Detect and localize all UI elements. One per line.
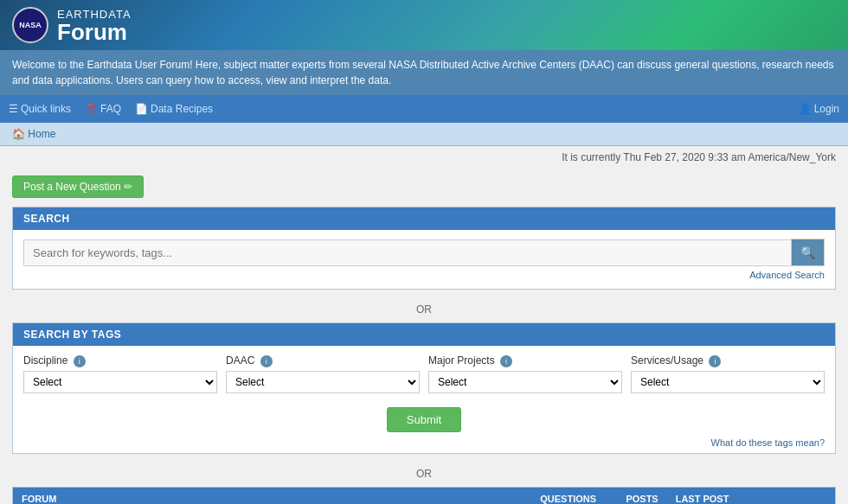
daac-col: DAAC i Select <box>226 354 420 393</box>
services-col: Services/Usage i Select <box>631 354 825 393</box>
quick-links-nav[interactable]: ☰ Quick links <box>9 103 71 115</box>
or-divider-2: OR <box>12 461 836 487</box>
discipline-col: Discipline i Select <box>23 354 217 393</box>
nav-right: 👤 Login <box>799 103 839 115</box>
welcome-text: Welcome to the Earthdata User Forum! Her… <box>12 59 834 86</box>
services-label: Services/Usage i <box>631 354 825 367</box>
tags-grid: Discipline i Select DAAC i Select <box>13 346 835 402</box>
major-projects-info-icon[interactable]: i <box>500 355 512 367</box>
col-last-post: LAST POST <box>667 488 835 504</box>
forum-panel: FORUM QUESTIONS POSTS LAST POST ☰ All Qu… <box>12 487 836 504</box>
major-projects-select[interactable]: Select <box>428 371 622 393</box>
discipline-select[interactable]: Select <box>23 371 217 393</box>
faq-icon: ❓ <box>85 103 98 115</box>
services-info-icon[interactable]: i <box>709 355 721 367</box>
search-input[interactable] <box>23 239 791 266</box>
breadcrumb-home[interactable]: Home <box>28 128 55 140</box>
daac-select[interactable]: Select <box>226 371 420 393</box>
nav-bar: ☰ Quick links ❓ FAQ 📄 Data Recipes 👤 Log… <box>0 95 848 123</box>
forum-table-header: FORUM QUESTIONS POSTS LAST POST <box>13 488 835 504</box>
advanced-search-link[interactable]: Advanced Search <box>23 270 825 280</box>
site-title: EARTHDATA Forum <box>57 8 132 43</box>
search-button[interactable]: 🔍 <box>791 239 825 266</box>
menu-icon: ☰ <box>9 103 18 115</box>
breadcrumb-bar: 🏠 Home <box>0 123 848 146</box>
services-select[interactable]: Select <box>631 371 825 393</box>
current-time: It is currently Thu Feb 27, 2020 9:33 am… <box>0 146 848 169</box>
welcome-banner: Welcome to the Earthdata User Forum! Her… <box>0 50 848 95</box>
data-recipes-nav[interactable]: 📄 Data Recipes <box>135 103 213 115</box>
nav-left: ☰ Quick links ❓ FAQ 📄 Data Recipes <box>9 103 213 115</box>
discipline-info-icon[interactable]: i <box>74 355 86 367</box>
site-header: NASA EARTHDATA Forum <box>0 0 848 50</box>
discipline-label: Discipline i <box>23 354 217 367</box>
forum-table: FORUM QUESTIONS POSTS LAST POST ☰ All Qu… <box>13 488 835 504</box>
nasa-logo: NASA <box>12 7 48 43</box>
login-link[interactable]: 👤 Login <box>799 103 839 115</box>
home-icon: 🏠 <box>12 128 25 140</box>
header-content: NASA EARTHDATA Forum <box>12 7 132 43</box>
daac-info-icon[interactable]: i <box>260 355 273 367</box>
col-posts: POSTS <box>605 488 667 504</box>
main-content: Post a New Question ✏ SEARCH 🔍 Advanced … <box>0 169 848 504</box>
major-projects-col: Major Projects i Select <box>428 354 622 393</box>
submit-button[interactable]: Submit <box>387 407 461 432</box>
book-icon: 📄 <box>135 103 148 115</box>
search-panel-header: SEARCH <box>13 207 835 230</box>
post-new-question-button[interactable]: Post a New Question ✏ <box>12 175 144 198</box>
daac-label: DAAC i <box>226 354 420 367</box>
forum-label: Forum <box>57 21 132 43</box>
tags-note[interactable]: What do these tags mean? <box>13 436 835 453</box>
search-panel-body: 🔍 Advanced Search <box>13 230 835 289</box>
search-panel: SEARCH 🔍 Advanced Search <box>12 207 836 290</box>
tags-panel: SEARCH BY TAGS Discipline i Select DAAC … <box>12 322 836 454</box>
search-row: 🔍 <box>23 239 825 266</box>
submit-row: Submit <box>13 402 835 436</box>
col-forum: FORUM <box>13 488 513 504</box>
major-projects-label: Major Projects i <box>428 354 622 367</box>
or-divider-1: OR <box>12 297 836 322</box>
faq-nav[interactable]: ❓ FAQ <box>85 103 121 115</box>
login-icon: 👤 <box>799 103 812 115</box>
col-questions: QUESTIONS <box>513 488 605 504</box>
tags-panel-header: SEARCH BY TAGS <box>13 323 835 346</box>
